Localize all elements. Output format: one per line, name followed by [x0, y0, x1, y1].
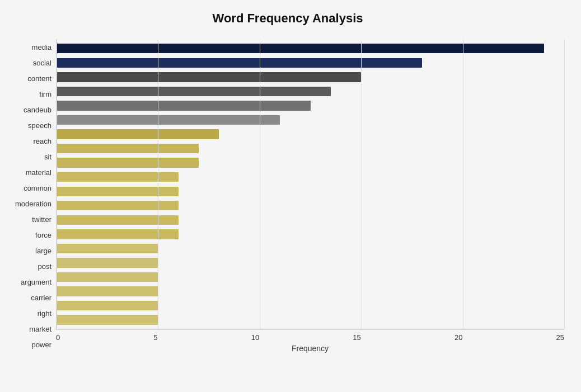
bar-media	[57, 44, 544, 53]
bar-right	[57, 286, 158, 296]
bar-row-power	[57, 313, 564, 327]
x-tick-0: 0	[56, 333, 60, 342]
bar-social	[57, 58, 422, 68]
bar-row-moderation	[57, 184, 564, 199]
x-tick-20: 20	[455, 333, 462, 342]
bar-row-common	[57, 170, 564, 185]
bar-row-material	[57, 155, 564, 170]
bar-firm	[57, 87, 331, 96]
chart-area: mediasocialcontentfirmcandeubspeechreach…	[11, 39, 564, 353]
y-label-speech: speech	[11, 122, 51, 129]
grid-line-20	[463, 39, 463, 329]
x-axis-labels: 0510152025	[56, 330, 564, 342]
grid-line-0	[57, 39, 57, 329]
y-label-common: common	[11, 185, 51, 192]
chart-container: Word Frequency Analysis mediasocialconte…	[0, 0, 581, 392]
grid-line-5	[158, 39, 158, 329]
bar-row-candeub	[57, 98, 564, 113]
bar-market	[57, 301, 158, 310]
bar-row-content	[57, 70, 564, 84]
bar-row-speech	[57, 113, 564, 127]
x-tick-25: 25	[556, 333, 564, 342]
bar-power	[57, 315, 158, 324]
bar-row-firm	[57, 84, 564, 99]
bar-row-large	[57, 227, 564, 242]
y-label-power: power	[11, 341, 51, 348]
x-tick-10: 10	[251, 333, 259, 342]
y-label-candeub: candeub	[11, 106, 51, 114]
bar-row-market	[57, 299, 564, 313]
y-label-moderation: moderation	[11, 200, 51, 207]
bar-speech	[57, 115, 280, 125]
bar-post	[57, 244, 158, 253]
y-label-force: force	[11, 232, 51, 239]
y-label-large: large	[11, 247, 51, 254]
bar-row-post	[57, 242, 564, 256]
bar-carrier	[57, 272, 158, 282]
x-tick-5: 5	[153, 333, 157, 342]
y-axis-labels: mediasocialcontentfirmcandeubspeechreach…	[11, 39, 56, 353]
y-label-media: media	[11, 44, 51, 51]
y-label-reach: reach	[11, 138, 51, 145]
bar-row-force	[57, 213, 564, 228]
bar-row-twitter	[57, 199, 564, 213]
bar-row-carrier	[57, 270, 564, 285]
y-label-firm: firm	[11, 91, 51, 98]
y-label-right: right	[11, 310, 51, 317]
y-label-sit: sit	[11, 153, 51, 160]
y-label-material: material	[11, 169, 51, 176]
bar-twitter	[57, 201, 179, 210]
chart-title: Word Frequency Analysis	[11, 11, 564, 26]
y-label-twitter: twitter	[11, 216, 51, 223]
bar-common	[57, 172, 179, 182]
bar-content	[57, 72, 361, 82]
y-label-content: content	[11, 75, 51, 82]
bar-argument	[57, 258, 158, 267]
grid-line-15	[361, 39, 362, 329]
bar-candeub	[57, 101, 311, 110]
y-label-post: post	[11, 263, 51, 270]
bar-row-social	[57, 56, 564, 70]
bar-sit	[57, 144, 199, 153]
bar-large	[57, 229, 179, 239]
x-axis-title: Frequency	[56, 344, 564, 353]
bar-material	[57, 158, 199, 167]
bar-row-argument	[57, 256, 564, 270]
bar-row-reach	[57, 127, 564, 141]
grid-line-10	[260, 39, 260, 329]
bar-force	[57, 215, 179, 225]
x-tick-15: 15	[353, 333, 360, 342]
y-label-market: market	[11, 325, 51, 333]
bar-moderation	[57, 187, 179, 196]
y-label-social: social	[11, 59, 51, 67]
bar-row-right	[57, 284, 564, 299]
bar-row-media	[57, 41, 564, 56]
grid-line-25	[564, 39, 565, 329]
y-label-carrier: carrier	[11, 294, 51, 301]
chart-plot	[56, 39, 564, 330]
bar-row-sit	[57, 141, 564, 156]
bar-reach	[57, 129, 219, 139]
y-label-argument: argument	[11, 278, 51, 286]
